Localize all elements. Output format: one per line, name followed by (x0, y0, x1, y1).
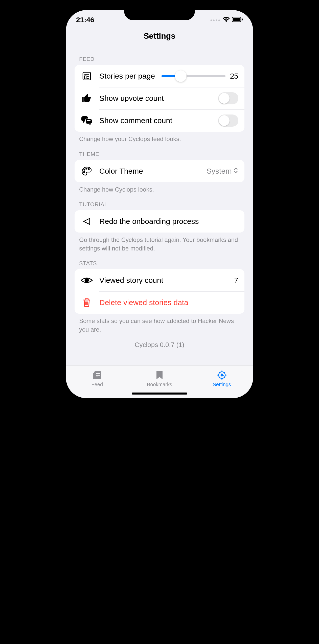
viewed-count-row: Viewed story count 7 (75, 269, 244, 291)
stories-per-page-row: Stories per page 25 (75, 65, 244, 87)
triangle-back-icon (81, 215, 93, 227)
section-header-stats: STATS (75, 252, 244, 269)
section-footer-theme: Change how Cyclops looks. (75, 182, 244, 194)
svg-rect-21 (96, 377, 98, 377)
section-header-theme: THEME (75, 143, 244, 160)
screen: 21:46 ●●●● Settings FEED Stor (66, 10, 253, 398)
status-icons: ●●●● (210, 16, 243, 24)
svg-rect-9 (85, 119, 92, 124)
content: FEED Stories per page 25 (66, 48, 253, 365)
battery-icon (232, 16, 243, 24)
toggle-knob (219, 115, 230, 126)
stories-value: 25 (230, 72, 238, 80)
palette-icon (81, 165, 93, 177)
section-header-tutorial: TUTORIAL (75, 194, 244, 210)
newspaper-icon (81, 70, 93, 82)
feed-card: Stories per page 25 Show upvote count (75, 65, 244, 132)
stats-card: Viewed story count 7 Delete viewed stori… (75, 269, 244, 314)
tab-settings[interactable]: Settings (199, 370, 245, 387)
viewed-label: Viewed story count (99, 276, 227, 285)
feed-icon (91, 370, 103, 380)
svg-point-16 (85, 279, 88, 282)
upvote-row: Show upvote count (75, 87, 244, 109)
tab-settings-label: Settings (213, 382, 231, 387)
svg-rect-3 (83, 72, 90, 80)
svg-rect-19 (96, 373, 100, 374)
section-footer-tutorial: Go through the Cyclops tutorial again. Y… (75, 233, 244, 252)
svg-rect-7 (84, 76, 86, 79)
home-indicator (132, 393, 187, 395)
notch (124, 5, 195, 20)
toggle-knob (219, 93, 230, 104)
stories-slider[interactable] (162, 75, 225, 77)
status-time: 21:46 (76, 16, 94, 24)
viewed-value: 7 (234, 276, 238, 285)
comment-label: Show comment count (99, 116, 212, 125)
gear-icon (216, 370, 228, 380)
cellular-dots-icon: ●●●● (210, 18, 221, 22)
comment-toggle[interactable] (218, 114, 238, 127)
delete-data-row[interactable]: Delete viewed stories data (75, 291, 244, 314)
chat-bubbles-icon (81, 114, 93, 127)
section-footer-stats: Some stats so you can see how addicted t… (75, 314, 244, 334)
tutorial-card: Redo the onboarding process (75, 210, 244, 233)
page-title: Settings (66, 25, 253, 48)
comment-row: Show comment count (75, 109, 244, 132)
svg-point-15 (84, 171, 85, 173)
eye-icon (81, 274, 93, 286)
stories-label: Stories per page (99, 72, 155, 80)
stories-slider-wrap: 25 (162, 72, 238, 80)
theme-card: Color Theme System (75, 160, 244, 182)
trash-icon (81, 296, 93, 309)
svg-line-29 (224, 377, 225, 378)
thumbs-up-icon (81, 92, 93, 104)
chevron-up-down-icon (233, 167, 238, 175)
svg-rect-18 (93, 373, 95, 379)
theme-value: System (207, 167, 232, 175)
slider-thumb[interactable] (175, 70, 187, 82)
svg-line-30 (224, 372, 225, 373)
section-footer-feed: Change how your Cyclops feed looks. (75, 132, 244, 143)
svg-rect-20 (96, 375, 100, 376)
color-theme-row[interactable]: Color Theme System (75, 160, 244, 182)
svg-point-14 (88, 168, 89, 170)
tab-bookmarks-label: Bookmarks (147, 382, 172, 387)
tab-bookmarks[interactable]: Bookmarks (137, 370, 182, 387)
delete-label: Delete viewed stories data (99, 298, 238, 307)
redo-onboarding-row[interactable]: Redo the onboarding process (75, 210, 244, 233)
svg-line-31 (219, 377, 220, 378)
tab-feed[interactable]: Feed (74, 370, 120, 387)
device-frame: 21:46 ●●●● Settings FEED Stor (61, 5, 258, 403)
upvote-toggle[interactable] (218, 92, 238, 104)
wifi-icon (223, 16, 230, 24)
version-label: Cyclops 0.0.7 (1) (75, 334, 244, 353)
tutorial-label: Redo the onboarding process (99, 217, 238, 226)
section-header-feed: FEED (75, 48, 244, 65)
svg-point-13 (86, 168, 87, 169)
tab-feed-label: Feed (92, 382, 103, 387)
svg-point-12 (84, 169, 85, 170)
svg-line-28 (219, 372, 220, 373)
upvote-label: Show upvote count (99, 94, 212, 103)
bookmark-icon (153, 370, 166, 380)
theme-value-wrap: System (207, 167, 238, 175)
theme-label: Color Theme (99, 167, 200, 175)
svg-rect-1 (233, 18, 241, 21)
svg-rect-2 (242, 18, 243, 20)
